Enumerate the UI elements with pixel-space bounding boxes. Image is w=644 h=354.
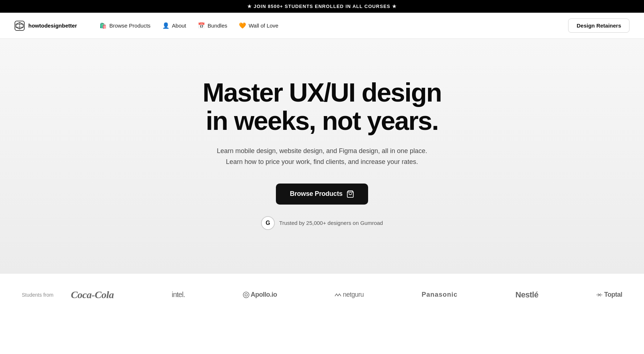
brand-apollo: Apollo.io bbox=[243, 291, 277, 299]
hero-subtitle: Learn mobile design, website design, and… bbox=[217, 145, 427, 168]
brands-label: Students from bbox=[22, 292, 53, 298]
banner-text: ★ JOIN 8500+ STUDENTS ENROLLED IN ALL CO… bbox=[247, 4, 397, 9]
brand-cocacola: Coca-Cola bbox=[71, 289, 114, 301]
nav-links: 🛍️ Browse Products 👤 About 📅 Bundles 🧡 W… bbox=[94, 19, 284, 32]
netguru-icon bbox=[335, 293, 341, 297]
hero-cta-button[interactable]: Browse Products bbox=[276, 184, 368, 205]
design-retainers-button[interactable]: Design Retainers bbox=[568, 18, 629, 33]
gumroad-icon: G bbox=[261, 216, 275, 230]
svg-point-7 bbox=[245, 294, 247, 296]
about-icon: 👤 bbox=[162, 22, 170, 29]
trust-badge: G Trusted by 25,000+ designers on Gumroa… bbox=[261, 216, 383, 230]
nav-bundles[interactable]: 📅 Bundles bbox=[193, 19, 232, 32]
announcement-banner: ★ JOIN 8500+ STUDENTS ENROLLED IN ALL CO… bbox=[0, 0, 644, 13]
brands-section: Students from Coca-Cola intel. Apollo.io… bbox=[0, 273, 644, 316]
navbar: howtodesignbetter 🛍️ Browse Products 👤 A… bbox=[0, 13, 644, 39]
nav-wall-of-love-label: Wall of Love bbox=[249, 22, 278, 29]
nav-wall-of-love[interactable]: 🧡 Wall of Love bbox=[234, 19, 284, 32]
trust-text: Trusted by 25,000+ designers on Gumroad bbox=[279, 220, 383, 226]
hero-title: Master UX/UI design in weeks, not years. bbox=[191, 79, 453, 135]
brand-panasonic: Panasonic bbox=[421, 291, 457, 299]
hero-subtitle-line1: Learn mobile design, website design, and… bbox=[217, 147, 427, 155]
browse-products-icon: 🛍️ bbox=[99, 22, 107, 29]
nav-browse-products[interactable]: 🛍️ Browse Products bbox=[94, 19, 155, 32]
wall-of-love-icon: 🧡 bbox=[239, 22, 246, 29]
toptal-icon bbox=[596, 293, 603, 297]
brand-nestle: Nestlé bbox=[515, 290, 538, 300]
nav-about-label: About bbox=[172, 22, 186, 29]
logo-link[interactable]: howtodesignbetter bbox=[15, 21, 77, 31]
logo-icon bbox=[15, 21, 25, 31]
nav-browse-products-label: Browse Products bbox=[109, 22, 150, 29]
brand-toptal: Toptal bbox=[596, 291, 622, 299]
apollo-icon bbox=[243, 292, 249, 298]
logo-text: howtodesignbetter bbox=[28, 22, 77, 29]
hero-subtitle-line2: Learn how to price your work, find clien… bbox=[226, 158, 418, 165]
brands-list: Coca-Cola intel. Apollo.io netguru Panas… bbox=[71, 289, 622, 301]
brand-netguru: netguru bbox=[335, 291, 364, 299]
svg-point-6 bbox=[243, 292, 249, 298]
shopping-bag-icon bbox=[346, 190, 354, 198]
hero-cta-label: Browse Products bbox=[290, 190, 342, 198]
bundles-icon: 📅 bbox=[198, 22, 205, 29]
hero-section: Master UX/UI design in weeks, not years.… bbox=[0, 39, 644, 273]
nav-bundles-label: Bundles bbox=[208, 22, 227, 29]
nav-about[interactable]: 👤 About bbox=[157, 19, 191, 32]
brand-intel: intel. bbox=[172, 291, 185, 299]
